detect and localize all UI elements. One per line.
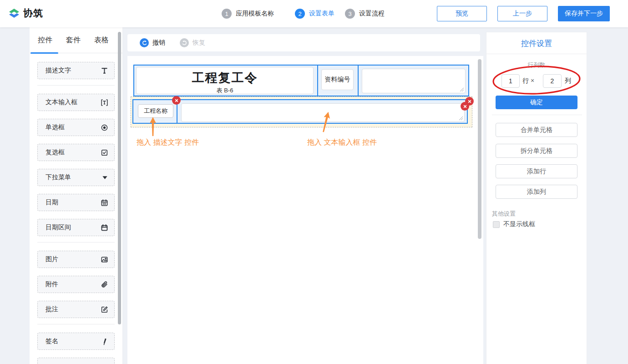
hide-borders-label: 不显示线框 (503, 220, 535, 228)
control-item-label: 附件 (46, 280, 58, 288)
step-1-number: 1 (222, 9, 232, 19)
controls-sidebar: 控件 套件 表格 描述文字 文本输入框 单选框 复选框 下拉菜单 日期 (30, 27, 123, 364)
panel-divider (492, 115, 582, 115)
input-icon (101, 99, 108, 106)
logo-text: 协筑 (23, 7, 43, 20)
form-title: 工程复工令 (137, 70, 313, 86)
date-range-icon (101, 224, 108, 232)
control-item-label: 图片 (46, 255, 58, 263)
form-title-cell[interactable]: 工程复工令 表 B-6 (134, 66, 317, 96)
step-2-number: 2 (295, 9, 305, 19)
save-and-next-button[interactable]: 保存并下一步 (558, 6, 610, 21)
control-item-radio[interactable]: 单选框 (37, 119, 115, 136)
doc-number-value-cell[interactable] (358, 66, 468, 96)
drag-description-hint: 拖入 描述文字 控件 (137, 138, 199, 147)
step-2-label: 设置表单 (309, 10, 334, 18)
project-name-label-chip[interactable]: 工程名称 (138, 104, 173, 118)
cols-count-input[interactable] (543, 74, 562, 88)
top-header: 协筑 1 应用模板名称 2 设置表单 3 设置流程 预览 上一步 保存并下一步 (0, 0, 628, 27)
control-item-date-range[interactable]: 日期区间 (37, 219, 115, 236)
sidebar-scrollbar[interactable] (118, 32, 121, 324)
active-tab-underline (30, 52, 58, 54)
control-item-label: 描述文字 (46, 66, 71, 75)
list-divider (37, 85, 115, 86)
close-icon (174, 98, 179, 103)
step-2-set-form: 2 设置表单 (295, 9, 334, 19)
undo-label: 撤销 (152, 39, 165, 47)
checkbox-unchecked[interactable] (493, 221, 500, 228)
other-settings-label: 其他设置 (492, 210, 516, 218)
drag-input-hint: 拖入 文本输入框 控件 (307, 138, 377, 147)
control-item-description-text[interactable]: 描述文字 (37, 62, 115, 79)
split-cell-button[interactable]: 拆分单元格 (496, 144, 577, 158)
merge-cells-button[interactable]: 合并单元格 (496, 123, 577, 137)
attachment-icon (101, 281, 108, 288)
tab-controls[interactable]: 控件 (38, 35, 52, 45)
sidebar-tabs: 控件 套件 表格 (30, 27, 122, 53)
control-item-label: 批注 (46, 305, 58, 313)
list-divider (37, 324, 115, 324)
selected-table-row[interactable]: 工程名称 (131, 96, 472, 127)
redo-icon (180, 38, 189, 47)
rows-count-input[interactable] (501, 74, 520, 88)
control-item-annotation[interactable]: 批注 (37, 301, 115, 318)
control-item-checkbox[interactable]: 复选框 (37, 144, 115, 161)
control-item-label: 签名 (46, 337, 58, 345)
doc-number-label-cell[interactable]: 资料编号 (317, 66, 358, 96)
control-item-text-input[interactable]: 文本输入框 (37, 94, 115, 111)
undo-icon (140, 38, 149, 47)
step-1-app-template-name: 1 应用模板名称 (222, 9, 274, 19)
dropdown-icon (101, 174, 108, 181)
radio-icon (101, 124, 108, 131)
checkbox-icon (101, 149, 108, 157)
redo-button[interactable]: 恢复 (180, 38, 205, 47)
delete-label-control-button[interactable] (172, 96, 181, 105)
hide-borders-checkbox-row[interactable]: 不显示线框 (493, 220, 535, 228)
previous-step-button[interactable]: 上一步 (497, 6, 547, 21)
resize-handle-icon[interactable] (459, 116, 463, 121)
control-item-partial[interactable] (37, 358, 115, 364)
logo-icon (8, 7, 20, 19)
image-icon (101, 256, 108, 263)
control-item-label: 文本输入框 (46, 98, 77, 106)
add-row-button[interactable]: 添加行 (496, 164, 577, 178)
cols-unit-label: 列 (565, 77, 571, 85)
doc-number-textarea[interactable] (362, 69, 466, 93)
step-3-label: 设置流程 (359, 10, 385, 18)
annotate-icon (101, 306, 108, 313)
canvas-scrollbar[interactable] (478, 59, 481, 239)
date-icon (101, 199, 108, 207)
form-subtitle: 表 B-6 (137, 86, 313, 95)
rows-unit-label: 行 (522, 77, 529, 85)
list-divider (37, 242, 115, 243)
preview-button[interactable]: 预览 (437, 6, 487, 21)
selected-row-cells: 工程名称 (132, 99, 468, 124)
signature-icon (101, 338, 108, 345)
doc-number-label-box[interactable]: 资料编号 (321, 69, 354, 90)
undo-button[interactable]: 撤销 (140, 38, 165, 47)
times-symbol: × (531, 77, 534, 84)
control-settings-panel: 控件设置 行列数 行 × 列 确定 合并单元格 拆分单元格 添加行 添加列 其他… (486, 32, 587, 364)
delete-input-control-button[interactable] (461, 102, 469, 111)
control-item-attachment[interactable]: 附件 (37, 276, 115, 293)
control-item-image[interactable]: 图片 (37, 251, 115, 268)
step-3-set-flow: 3 设置流程 (345, 9, 385, 19)
form-table-header-row: 工程复工令 表 B-6 资料编号 (133, 65, 469, 96)
form-title-box[interactable]: 工程复工令 表 B-6 (136, 67, 314, 94)
text-icon (101, 67, 108, 75)
add-column-button[interactable]: 添加列 (496, 185, 577, 199)
control-item-label: 复选框 (46, 148, 65, 157)
annotation-arrow-description (148, 117, 157, 136)
control-item-label: 下拉菜单 (46, 173, 71, 182)
step-3-number: 3 (345, 9, 355, 19)
tab-tables[interactable]: 表格 (94, 35, 109, 45)
tab-kits[interactable]: 套件 (66, 35, 81, 45)
confirm-button[interactable]: 确定 (496, 96, 577, 109)
resize-handle-icon[interactable] (460, 87, 464, 92)
control-item-date[interactable]: 日期 (37, 194, 115, 211)
control-item-signature[interactable]: 签名 (37, 333, 115, 350)
panel-title: 控件设置 (486, 38, 587, 49)
control-item-label: 日期区间 (46, 223, 71, 232)
control-item-dropdown[interactable]: 下拉菜单 (37, 169, 115, 186)
form-canvas: 工程复工令 表 B-6 资料编号 工程名称 (127, 56, 483, 364)
